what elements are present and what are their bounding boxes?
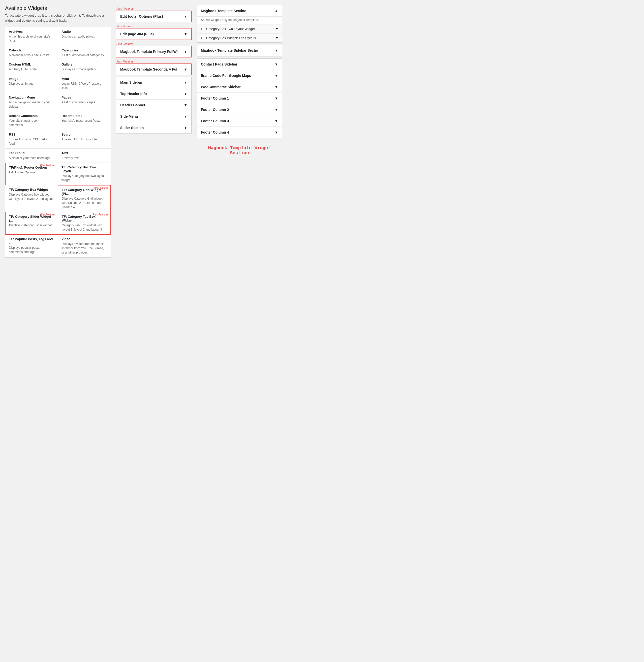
template-widget-item[interactable]: TF: Category Box Two Layout Widget: ...▼ — [197, 24, 282, 33]
widget-desc: A monthly archive of your site's Posts. — [9, 35, 50, 43]
template-section-box: Magbook Template Section▲Shows widgets o… — [197, 5, 282, 43]
widget-desc: Your site's most recent comments. — [9, 119, 39, 127]
plus-features-label: Plus Features — [116, 42, 191, 45]
template-section-header[interactable]: Magbook Template Section▲ — [197, 5, 282, 17]
widget-item[interactable]: RSSEntries from any RSS or Atom feed. — [5, 130, 58, 149]
widget-item[interactable]: CalendarA calendar of your site's Posts. — [5, 46, 58, 60]
sidebar-item-name: WooCommerce Sidebar — [201, 85, 241, 89]
widget-name: Search — [62, 133, 107, 136]
plus-features-label: Plus Features — [116, 60, 191, 63]
widget-item[interactable]: TF: Category Box WidgetDisplays Category… — [5, 185, 58, 212]
template-widget-item[interactable]: TF: Category Box Widget: Life Style N...… — [197, 33, 282, 42]
sidebars-column: Plus FeaturesEdit footer Options (Plus)▼… — [116, 5, 191, 134]
sidebar-item[interactable]: Footer Column 3▼ — [197, 115, 282, 127]
widget-item[interactable]: ImageDisplays an image. — [5, 74, 58, 93]
widget-name: Calendar — [9, 48, 54, 52]
widget-desc: Display Category box two layout widget — [62, 174, 105, 182]
widget-name: Text — [62, 151, 107, 155]
sidebar-item[interactable]: Footer Column 1▼ — [197, 93, 282, 104]
accordion-arrow-icon: ▼ — [184, 32, 187, 36]
widget-desc: Arbitrary text. — [62, 156, 79, 160]
sidebar-name: Edit footer Options (Plus) — [120, 14, 163, 18]
sidebar-accordion-header[interactable]: Slider Section▼ — [116, 122, 191, 134]
widget-item[interactable]: TextArbitrary text. — [58, 149, 111, 163]
widget-item[interactable]: Plus FeaturesTF: Category Tab Box Widge.… — [58, 212, 111, 235]
widget-name: Categories — [62, 48, 107, 52]
widget-item[interactable]: Plus FeaturesTF: Category Slider Widget … — [5, 212, 58, 235]
sidebar-name: Main Sidebar — [120, 80, 142, 85]
widget-item[interactable]: Custom HTMLArbitrary HTML code. — [5, 60, 58, 74]
plus-features-label: Plus Features — [116, 25, 191, 28]
widget-item[interactable]: Plus FeaturesTF: Category Grid Widget (P… — [58, 185, 111, 212]
sidebar-item[interactable]: Contact Page Sidebar▼ — [197, 59, 282, 70]
widget-item[interactable]: Tag CloudA cloud of your most used tags. — [5, 149, 58, 163]
widget-desc: Category Tab Box Widget with layout 1, l… — [62, 223, 102, 231]
sidebar-accordion-header[interactable]: Header Banner▼ — [116, 99, 191, 111]
widget-desc: Your site's most recent Posts. — [62, 119, 101, 122]
sidebar-item-arrow-icon: ▼ — [275, 108, 278, 112]
plus-sidebar-section: Magbook Template Primary FullWi▼ — [116, 46, 191, 57]
widget-item[interactable]: Navigation MenuAdd a navigation menu to … — [5, 93, 58, 112]
sidebar-accordion-header[interactable]: Top Header Info▼ — [116, 88, 191, 99]
sidebar-item[interactable]: Iframe Code For Google Maps▼ — [197, 70, 282, 81]
sidebar-accordion-header[interactable]: Edit footer Options (Plus)▼ — [116, 11, 191, 22]
widget-item[interactable]: TF: Popular Posts, Tags and ...Displays … — [5, 235, 58, 257]
widget-name: Video — [62, 237, 107, 241]
sidebar-name: Edit page 404 (Plus) — [120, 32, 154, 36]
sidebar-item[interactable]: WooCommerce Sidebar▼ — [197, 81, 282, 93]
sidebar-name: Header Banner — [120, 103, 145, 107]
widget-desc: Displays popular posts, comments and tag… — [9, 246, 40, 254]
plus-sidebar-section: Magbook Template Secondary Ful▼ — [116, 64, 191, 75]
widget-name: TF: Category Box Widget — [9, 188, 54, 191]
accordion-arrow-icon: ▼ — [184, 114, 187, 118]
widget-item[interactable]: Plus FeaturesTF(Plus): Footer OptionsEdi… — [5, 163, 58, 185]
sidebar-section-title: Magbook Template Sidebar Sectio — [201, 48, 258, 52]
widget-item[interactable]: TF: Category Box Two Layou...Display Cat… — [58, 163, 111, 185]
sidebar-accordion-header[interactable]: Magbook Template Primary FullWi▼ — [116, 46, 191, 57]
sidebar-accordion-header[interactable]: Side Menu▼ — [116, 111, 191, 122]
widget-name: TF: Category Box Two Layou... — [62, 165, 107, 173]
widget-item[interactable]: CategoriesA list or dropdown of categori… — [58, 46, 111, 60]
widget-name: Gallery — [62, 63, 107, 66]
widget-arrow-icon: ▼ — [275, 36, 278, 40]
widget-item[interactable]: ArchivesA monthly archive of your site's… — [5, 27, 58, 46]
widget-desc: A list or dropdown of categories. — [62, 53, 105, 57]
page-description: To activate a widget drag it to a sideba… — [5, 13, 111, 23]
sidebar-name: Magbook Template Secondary Ful — [120, 67, 177, 71]
sidebar-item-name: Footer Column 4 — [201, 130, 229, 134]
sidebars-list: Contact Page Sidebar▼Iframe Code For Goo… — [197, 58, 282, 138]
template-column: Magbook Template Section▲Shows widgets o… — [197, 5, 282, 158]
widget-item[interactable]: AudioDisplays an audio player. — [58, 27, 111, 46]
widget-name: Archives — [9, 30, 54, 33]
widget-name: Pages — [62, 95, 107, 99]
widget-item[interactable]: VideoDisplays a video from the media lib… — [58, 235, 111, 257]
accordion-arrow-icon: ▼ — [184, 80, 187, 85]
sidebar-accordion-header[interactable]: Edit page 404 (Plus)▼ — [116, 28, 191, 40]
sidebar-name: Side Menu — [120, 114, 138, 118]
accordion-arrow-icon: ▼ — [184, 92, 187, 96]
widget-name: Image — [9, 77, 54, 81]
widget-name: Audio — [62, 30, 107, 33]
sidebar-accordion-header[interactable]: Magbook Template Secondary Ful▼ — [116, 64, 191, 75]
widget-item[interactable]: PagesA list of your site's Pages. — [58, 93, 111, 112]
sidebar-item-name: Footer Column 3 — [201, 119, 229, 123]
sidebar-accordion-header[interactable]: Main Sidebar▼ — [116, 77, 191, 88]
accordion-arrow-icon: ▼ — [184, 67, 187, 71]
plus-sidebar-section: Edit footer Options (Plus)▼ — [116, 10, 191, 22]
widget-item[interactable]: GalleryDisplays an image gallery. — [58, 60, 111, 74]
widget-name: Meta — [62, 77, 107, 81]
sidebar-item-arrow-icon: ▼ — [275, 62, 278, 66]
sidebar-item[interactable]: Footer Column 2▼ — [197, 104, 282, 115]
widget-desc: Add a navigation menu to your sidebar. — [9, 100, 50, 108]
widget-item[interactable]: MetaLogin, RSS, & WordPress.org links. — [58, 74, 111, 93]
widget-desc: A list of your site's Pages. — [62, 100, 96, 104]
accordion-arrow-icon: ▼ — [184, 14, 187, 18]
sidebar-section-header[interactable]: Magbook Template Sidebar Sectio▼ — [197, 45, 282, 56]
widget-item[interactable]: Recent CommentsYour site's most recent c… — [5, 111, 58, 130]
accordion-arrow-icon: ▼ — [184, 50, 187, 54]
page-wrapper: Available Widgets To activate a widget d… — [5, 5, 282, 258]
widget-item[interactable]: SearchA search form for your site. — [58, 130, 111, 149]
sidebar-item[interactable]: Footer Column 4▼ — [197, 127, 282, 138]
sidebar-item-arrow-icon: ▼ — [275, 96, 278, 100]
widget-item[interactable]: Recent PostsYour site's most recent Post… — [58, 111, 111, 130]
